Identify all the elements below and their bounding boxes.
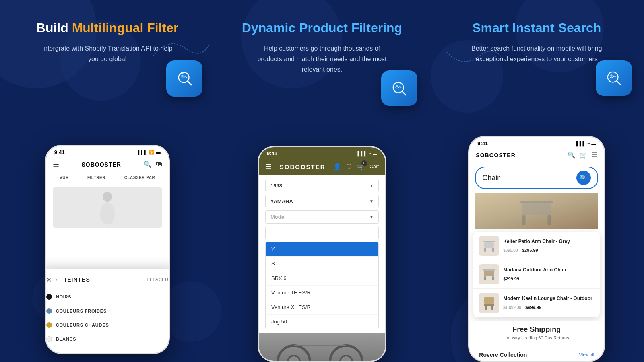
battery-icon-2: ▬ <box>373 151 377 156</box>
search-query: Chair <box>482 174 576 182</box>
svg-rect-23 <box>484 242 494 248</box>
result-item-2[interactable]: Marlana Outdoor Arm Chair $299.99 <box>473 260 600 289</box>
list-item-jog50[interactable]: Jog 50 <box>266 315 378 329</box>
search-bar[interactable]: Chair 🔍 <box>475 167 598 189</box>
hamburger-icon[interactable]: ☰ <box>53 160 59 169</box>
svg-rect-18 <box>520 201 553 203</box>
svg-rect-32 <box>485 306 487 310</box>
phone-nav-1: ☰ SOBOOSTER 🔍 🛍 <box>46 157 169 172</box>
svg-rect-19 <box>522 203 551 215</box>
list-item-venture-tf[interactable]: Venture TF ES/R <box>266 286 378 300</box>
year-dropdown[interactable]: 1998 ▼ <box>265 179 379 192</box>
result-thumb-3 <box>479 293 499 313</box>
model-search-input[interactable] <box>265 226 379 239</box>
dark-header: ☰ SOBOOSTER 👤 ♡ 🛒0 Cart <box>259 158 385 175</box>
svg-rect-27 <box>484 271 494 276</box>
cart-nav-icon-3[interactable]: 🛒 <box>580 151 588 159</box>
chevron-down-icon-3: ▼ <box>369 215 374 219</box>
svg-point-9 <box>288 356 300 361</box>
cart-text: Cart <box>369 164 379 169</box>
wifi-icon-2: ≈ <box>369 151 371 156</box>
filter-bar: VUE FILTRER CLASSER PAR <box>46 172 169 183</box>
vue-label[interactable]: VUE <box>60 175 68 180</box>
status-bar-1: 9:41 ▌▌▌ 🛜 ▬ <box>46 146 169 157</box>
cart-nav-icon[interactable]: 🛍 <box>156 160 162 168</box>
svg-point-3 <box>103 192 112 202</box>
status-bar-2: 9:41 ▌▌▌ ≈ ▬ <box>259 147 385 158</box>
filter-option-chaudes[interactable]: COULEURS CHAUDES <box>46 318 169 332</box>
make-dropdown[interactable]: YAMAHA ▼ <box>265 195 379 208</box>
app-icon-dynamic <box>381 70 417 106</box>
search-submit-btn[interactable]: 🔍 <box>576 171 591 185</box>
filter-clear-btn[interactable]: EFFACER <box>147 277 168 282</box>
svg-rect-28 <box>484 276 486 280</box>
svg-rect-21 <box>548 215 551 225</box>
collection-bar: Rovere Collection View all <box>473 348 600 361</box>
app-icon-multilingual <box>166 60 202 97</box>
dropdown-area: 1998 ▼ YAMAHA ▼ Model ▼ <box>259 175 385 333</box>
svg-point-16 <box>611 75 613 77</box>
svg-point-2 <box>181 75 184 77</box>
phone-search: 9:41 ▌▌▌ ≈ ▬ SOBOOSTER 🔍 🛒 ☰ <box>468 136 605 362</box>
column-dynamic: Dynamic Product Filtering Help customers… <box>215 0 429 362</box>
model-list: Y S SRX 6 Venture TF ES/R Venture XL ES/ <box>265 242 379 329</box>
wifi-icon-3: ≈ <box>587 141 590 146</box>
app-icon-search <box>596 60 632 96</box>
cart-badge[interactable]: 🛒0 <box>357 163 365 171</box>
filter-option-noirs[interactable]: NOIRS <box>46 290 169 304</box>
svg-rect-31 <box>484 304 494 306</box>
hamburger-icon-2[interactable]: ☰ <box>265 162 272 171</box>
list-item-SRX6[interactable]: SRX 6 <box>266 271 378 286</box>
signal-icon: ▌▌▌ <box>138 150 147 154</box>
svg-line-15 <box>617 81 620 84</box>
svg-line-6 <box>402 91 406 95</box>
list-item-S[interactable]: S <box>266 257 378 271</box>
main-container: Build Multilingual Filter Intergrate wit… <box>0 0 644 362</box>
result-item-1[interactable]: Keifer Patio Arm Chair - Grey $395.00 $2… <box>473 232 600 260</box>
phone-dynamic: 9:41 ▌▌▌ ≈ ▬ ☰ SOBOOSTER 👤 ♡ 🛒 <box>258 146 386 362</box>
filtrer-label[interactable]: FILTRER <box>87 175 105 180</box>
search-nav: SOBOOSTER 🔍 🛒 ☰ <box>469 148 604 162</box>
filter-back-icon[interactable]: ← <box>55 276 60 283</box>
filter-option-froides[interactable]: COULEURS FROIDES <box>46 304 169 318</box>
svg-rect-24 <box>484 248 486 252</box>
view-all-link[interactable]: View all <box>579 352 594 357</box>
product-hero-image <box>475 193 598 229</box>
svg-rect-33 <box>491 306 493 310</box>
title-search: Smart Instant Search <box>472 20 601 35</box>
result-thumb-2 <box>479 264 499 284</box>
phone-multilingual: 9:41 ▌▌▌ 🛜 ▬ ☰ SOBOOSTER 🔍 🛍 <box>45 145 170 354</box>
menu-nav-icon-3[interactable]: ☰ <box>592 151 597 159</box>
svg-line-1 <box>188 81 191 85</box>
desc-multilingual: Intergrate with Shopify Translation API … <box>39 43 176 64</box>
column-multilingual: Build Multilingual Filter Intergrate wit… <box>0 0 215 362</box>
user-icon[interactable]: 👤 <box>333 163 341 171</box>
search-nav-icon[interactable]: 🔍 <box>144 160 152 168</box>
svg-rect-30 <box>484 297 494 304</box>
title-dynamic: Dynamic Product Filtering <box>242 20 402 35</box>
person-silhouette <box>95 189 120 226</box>
status-bar-3: 9:41 ▌▌▌ ≈ ▬ <box>469 137 604 148</box>
classer-label[interactable]: CLASSER PAR <box>124 175 155 180</box>
color-dot-white <box>46 336 52 342</box>
battery-icon-3: ▬ <box>591 141 596 146</box>
desc-dynamic: Help customers go through thousands of p… <box>254 43 390 74</box>
filter-close-icon[interactable]: ✕ <box>46 276 52 284</box>
filter-option-blancs[interactable]: BLANCS <box>46 332 169 346</box>
signal-icon-2: ▌▌▌ <box>358 151 367 156</box>
product-image <box>53 187 162 228</box>
search-results: Keifer Patio Arm Chair - Grey $395.00 $2… <box>473 232 600 317</box>
list-item-Y[interactable]: Y <box>266 242 378 257</box>
svg-rect-26 <box>483 269 495 271</box>
product-bottom-image <box>259 333 385 361</box>
heart-icon[interactable]: ♡ <box>346 163 352 171</box>
search-nav-icon-3[interactable]: 🔍 <box>568 151 576 159</box>
svg-rect-29 <box>492 276 494 280</box>
svg-point-7 <box>396 85 398 87</box>
list-item-venture-xl[interactable]: Venture XL ES/R <box>266 300 378 315</box>
model-dropdown[interactable]: Model ▼ <box>265 210 379 224</box>
magnify-icon: 🔍 <box>580 174 588 182</box>
chevron-down-icon-2: ▼ <box>369 199 374 204</box>
svg-point-11 <box>340 356 352 361</box>
result-item-3[interactable]: Modern Kaelin Lounge Chair - Outdoor $1,… <box>473 289 600 317</box>
